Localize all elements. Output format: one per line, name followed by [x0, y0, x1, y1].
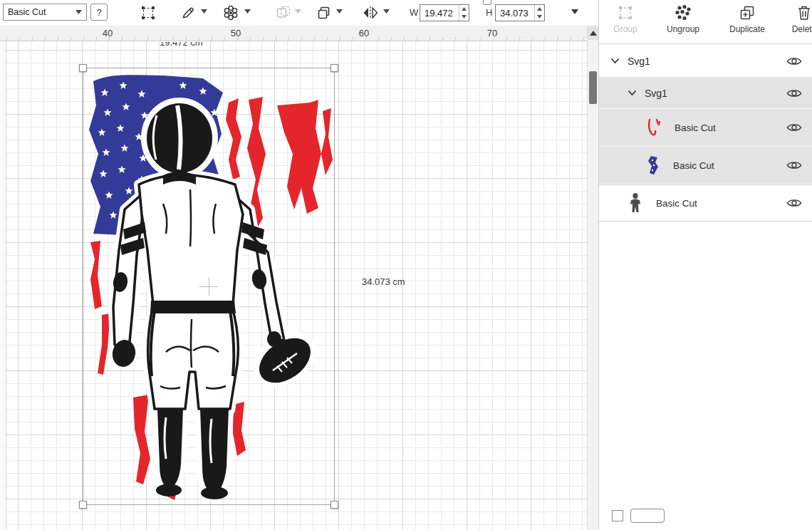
select-all-button[interactable]	[138, 4, 158, 22]
chevron-down-icon	[571, 9, 578, 14]
vertical-scrollbar[interactable]	[587, 26, 598, 530]
horizontal-ruler: 40 50 60 70	[0, 26, 587, 41]
vertical-ruler-edge	[0, 41, 6, 530]
mirror-flip-icon	[362, 5, 379, 21]
chevron-down-icon[interactable]	[610, 58, 620, 64]
selection-bounding-box[interactable]	[83, 68, 335, 505]
help-button[interactable]: ?	[90, 4, 108, 21]
offset-tool-dropdown[interactable]	[243, 9, 251, 16]
duplicate-icon	[739, 4, 756, 21]
chevron-down-icon	[244, 9, 251, 14]
width-label: W	[410, 7, 418, 18]
group-icon	[616, 4, 635, 21]
trash-icon	[796, 4, 812, 21]
arrow-up-icon	[590, 31, 597, 36]
delete-button[interactable]: Delete	[783, 4, 812, 41]
visibility-eye-icon[interactable]	[786, 56, 802, 66]
visibility-eye-icon[interactable]	[786, 160, 802, 171]
arrange-tool-dropdown[interactable]	[335, 9, 343, 16]
combine-shapes-icon	[275, 4, 292, 21]
panel-footer-button[interactable]	[630, 509, 665, 523]
lock-ratio-icon[interactable]	[483, 0, 491, 5]
layer-row-svg1-inner[interactable]: Svg1	[599, 78, 812, 109]
width-step-down[interactable]	[459, 13, 469, 21]
chevron-down-icon	[76, 10, 82, 14]
flip-tool-dropdown[interactable]	[382, 9, 390, 16]
ungroup-icon	[674, 4, 692, 21]
ruler-tick: 60	[355, 28, 373, 38]
app-window: Basic Cut ?	[0, 0, 812, 530]
height-label: H	[486, 7, 492, 18]
visibility-eye-icon[interactable]	[786, 198, 802, 209]
layer-thumbnail-blue	[646, 155, 660, 176]
visibility-eye-icon[interactable]	[786, 88, 802, 98]
combine-tool-dropdown-disabled	[293, 9, 302, 16]
chevron-down-icon	[336, 9, 343, 14]
chevron-down-icon[interactable]	[628, 90, 637, 96]
more-tools-dropdown[interactable]	[571, 9, 579, 16]
layer-row-basic-cut-blue[interactable]: Basic Cut	[599, 147, 812, 185]
resize-handle-top-left[interactable]	[79, 64, 87, 72]
layer-thumbnail-red	[646, 117, 662, 138]
offset-tool-button[interactable]	[221, 4, 241, 22]
layer-tree: Svg1 Svg1 Basic Cut	[599, 45, 812, 222]
selection-height-dimension: 34.073 cm	[362, 276, 405, 287]
canvas-area[interactable]: 40 50 60 70 19.472 cm	[0, 26, 587, 530]
selection-width-dimension: 19.472 cm	[160, 42, 224, 48]
pencil-icon	[180, 5, 196, 21]
chevron-down-icon	[201, 9, 207, 14]
combine-tool-button-disabled	[274, 4, 293, 22]
layer-row-svg1-outer[interactable]: Svg1	[599, 45, 812, 78]
edit-tool-button[interactable]	[178, 4, 198, 22]
height-stepper	[534, 5, 544, 21]
width-field	[420, 4, 469, 21]
arrow-down-icon	[537, 15, 542, 19]
group-button: Group	[605, 4, 646, 41]
toolbar: Basic Cut ?	[0, 0, 598, 26]
layer-thumbnail-player	[628, 192, 643, 214]
ruler-tick: 50	[227, 28, 245, 38]
ruler-tick: 40	[98, 28, 117, 38]
scrollbar-thumb[interactable]	[589, 71, 597, 104]
layer-row-basic-cut-red[interactable]: Basic Cut	[599, 109, 812, 147]
ruler-tick: 70	[483, 28, 501, 38]
panel-footer-checkbox[interactable]	[612, 510, 623, 521]
arrow-down-icon	[462, 15, 467, 19]
scrollbar-up-button[interactable]	[588, 26, 598, 40]
width-stepper	[459, 5, 469, 21]
width-step-up[interactable]	[459, 5, 469, 13]
chevron-down-icon	[383, 9, 390, 14]
linetype-select[interactable]: Basic Cut	[3, 4, 87, 21]
edit-tool-dropdown[interactable]	[199, 9, 208, 16]
height-input[interactable]	[496, 5, 534, 21]
ungroup-button[interactable]: Ungroup	[656, 4, 710, 41]
layers-copies-icon	[316, 5, 332, 21]
resize-handle-bottom-right[interactable]	[330, 501, 338, 509]
offset-flower-icon	[222, 4, 239, 21]
arrange-tool-button[interactable]	[314, 4, 334, 22]
arrow-up-icon	[537, 7, 542, 11]
selection-center-crosshair	[199, 286, 218, 287]
marquee-select-icon	[140, 5, 156, 21]
arrow-up-icon	[462, 7, 467, 11]
layer-row-basic-cut-player[interactable]: Basic Cut	[599, 185, 812, 222]
layers-panel: Group Ungroup Duplicate	[598, 0, 812, 530]
chevron-down-icon	[295, 9, 301, 14]
visibility-eye-icon[interactable]	[786, 123, 802, 133]
height-field	[495, 4, 545, 21]
layer-actions-bar: Group Ungroup Duplicate	[599, 0, 812, 44]
duplicate-button[interactable]: Duplicate	[719, 4, 776, 41]
linetype-value: Basic Cut	[8, 7, 76, 17]
resize-handle-top-right[interactable]	[330, 64, 338, 72]
flip-tool-button[interactable]	[360, 4, 380, 22]
resize-handle-bottom-left[interactable]	[79, 501, 87, 509]
height-step-up[interactable]	[535, 5, 544, 13]
height-step-down[interactable]	[535, 13, 544, 21]
width-input[interactable]	[420, 5, 459, 21]
